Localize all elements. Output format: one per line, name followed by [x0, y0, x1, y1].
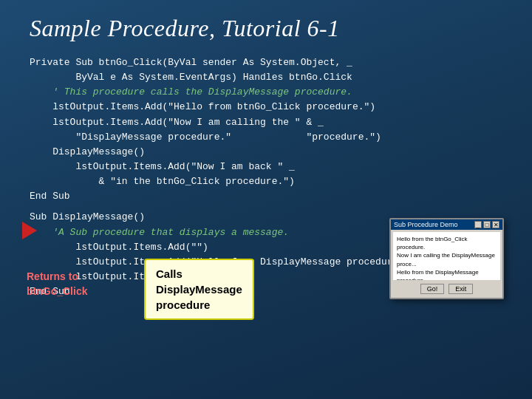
- code-line-1: Private Sub btnGo_Click(ByVal sender As …: [30, 55, 502, 70]
- slide-title: Sample Procedure, Tutorial 6-1: [30, 15, 502, 42]
- demo-go-button[interactable]: Go!: [420, 284, 445, 294]
- code-area: Private Sub btnGo_Click(ByVal sender As …: [30, 55, 502, 204]
- items-label-1: Items: [110, 101, 139, 112]
- code-line-end-sub-1: End Sub: [30, 189, 502, 204]
- demo-maximize-button[interactable]: □: [483, 221, 491, 228]
- demo-minimize-button[interactable]: _: [474, 221, 482, 228]
- demo-content-line2: Now I am calling the DisplayMessage proc…: [397, 251, 497, 267]
- code-line-4: lstOutput.Items.Add("Hello from btnGo_Cl…: [30, 100, 502, 115]
- returns-line2: btnGo_Click: [27, 284, 87, 299]
- demo-close-button[interactable]: ✕: [492, 221, 499, 228]
- demo-window-title: Sub Procedure Demo: [394, 221, 458, 228]
- callout-line1: Calls: [156, 266, 242, 282]
- demo-titlebar-buttons: _ □ ✕: [474, 221, 499, 228]
- demo-window: Sub Procedure Demo _ □ ✕ Hello from the …: [389, 218, 504, 299]
- callout-box: Calls DisplayMessage procedure: [144, 259, 254, 320]
- callout-line3: procedure: [156, 297, 242, 313]
- returns-label: Returns to btnGo_Click: [27, 270, 87, 299]
- code-line-7: DisplayMessage(): [30, 145, 502, 160]
- code-line-6: "DisplayMessage procedure." "procedure."…: [30, 130, 502, 145]
- code-line-8: lstOutput.Items.Add("Now I am back " _: [30, 160, 502, 174]
- code-line-2: ByVal e As System.EventArgs) Handles btn…: [30, 70, 502, 85]
- slide: Sample Procedure, Tutorial 6-1 Private S…: [0, 0, 532, 399]
- code-line-5: lstOutput.Items.Add("Now I am calling th…: [30, 115, 502, 130]
- demo-content-line3: Hello from the DisplayMessage procedure.: [397, 268, 497, 280]
- demo-exit-button[interactable]: Exit: [449, 284, 473, 294]
- demo-content: Hello from the btnGo_Click procedure. No…: [393, 232, 500, 280]
- returns-line1: Returns to: [27, 270, 87, 284]
- demo-titlebar: Sub Procedure Demo _ □ ✕: [391, 219, 502, 230]
- code-line-3: ' This procedure calls the DisplayMessag…: [30, 85, 502, 100]
- callout-line2: DisplayMessage: [156, 282, 242, 297]
- demo-content-line1: Hello from the btnGo_Click procedure.: [397, 235, 497, 251]
- demo-buttons: Go! Exit: [391, 282, 502, 296]
- code-line-9: & "in the btnGo_Click procedure."): [30, 174, 502, 189]
